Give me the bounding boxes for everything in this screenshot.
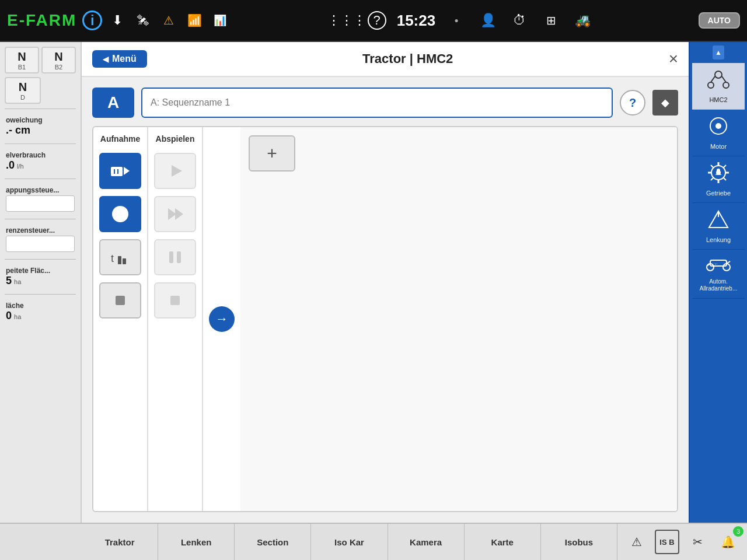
- satellite-icon: 🛰: [132, 10, 153, 31]
- dialog-title: Tractor | HMC2: [362, 51, 453, 66]
- stop-play-button[interactable]: [154, 282, 196, 318]
- sidebar-item-allrad[interactable]: ← Autom. Allradantrieb...: [692, 250, 745, 299]
- hmc2-icon: [706, 69, 731, 94]
- svg-rect-7: [123, 258, 126, 264]
- wifi-icon: 📶: [184, 10, 205, 31]
- svg-text:←: ←: [714, 261, 718, 267]
- close-button[interactable]: ×: [669, 51, 678, 67]
- timer-button[interactable]: t: [99, 239, 141, 275]
- svg-line-29: [724, 165, 726, 167]
- svg-marker-10: [168, 208, 176, 220]
- clock-display: 15:23: [397, 12, 436, 30]
- sidebar-item-hmc2[interactable]: HMC2: [692, 63, 745, 110]
- sequence-row: A ? ◆: [92, 88, 678, 118]
- deviation-row: oweichung .- cm: [5, 114, 76, 139]
- sidebar-item-getriebe[interactable]: Getriebe: [692, 156, 745, 203]
- seq-a-button[interactable]: A: [92, 88, 134, 118]
- top-right: AUTO: [699, 12, 740, 29]
- area-worked-row: peitete Fläc... 5 ha: [5, 264, 76, 289]
- left-divider-4: [5, 219, 76, 219]
- signal-icon: 📊: [210, 10, 231, 31]
- svg-marker-9: [172, 165, 182, 177]
- svg-line-18: [711, 76, 715, 82]
- tab-kamera[interactable]: Kamera: [388, 524, 465, 560]
- bottom-right-icons: ⚠ IS B ✂ 🔔 3: [617, 530, 747, 554]
- svg-line-31: [724, 178, 726, 180]
- hmc2-label: HMC2: [709, 96, 727, 103]
- bottom-bar: Traktor Lenken Section Iso Kar Kamera Ka…: [0, 523, 747, 560]
- right-sidebar: ▲ HMC2 Motor: [689, 42, 747, 523]
- stop-button[interactable]: [99, 282, 141, 318]
- auto-button[interactable]: AUTO: [699, 12, 740, 29]
- dialog-header: Menü Tractor | HMC2 ×: [82, 42, 689, 77]
- help-circle-icon[interactable]: ?: [368, 11, 386, 30]
- left-divider-2: [5, 144, 76, 144]
- menu-button[interactable]: Menü: [92, 50, 147, 68]
- seq-name-input[interactable]: [141, 88, 613, 118]
- allrad-label: Autom. Allradantrieb...: [694, 278, 742, 292]
- aufnahme-column: Aufnahme: [93, 127, 148, 511]
- add-column: +: [240, 127, 677, 511]
- svg-line-30: [711, 178, 713, 180]
- step-button[interactable]: [154, 196, 196, 232]
- record-circle-button[interactable]: [99, 196, 141, 232]
- tab-isokar[interactable]: Iso Kar: [311, 524, 388, 560]
- play-button[interactable]: [154, 153, 196, 189]
- aufnahme-label: Aufnahme: [99, 134, 141, 144]
- user-icon[interactable]: 👤: [477, 10, 498, 31]
- svg-rect-6: [118, 256, 121, 264]
- bottom-tabs: Traktor Lenken Section Iso Kar Kamera Ka…: [82, 524, 617, 560]
- boundary-input[interactable]: [6, 236, 75, 252]
- lenkung-label: Lenkung: [706, 236, 731, 243]
- coupling-row: appungssteue...: [5, 184, 76, 214]
- scroll-up-indicator[interactable]: ▲: [713, 46, 724, 60]
- tab-traktor[interactable]: Traktor: [82, 524, 158, 560]
- svg-marker-11: [175, 208, 183, 220]
- pause-button[interactable]: [154, 239, 196, 275]
- notification-count: 3: [733, 526, 743, 537]
- warning-bottom-icon[interactable]: ⚠: [624, 530, 649, 554]
- tab-section[interactable]: Section: [235, 524, 311, 560]
- info-icon[interactable]: i: [82, 10, 102, 30]
- grid2-icon[interactable]: ⊞: [540, 10, 561, 31]
- boundary-row: renzensteuer...: [5, 224, 76, 254]
- tab-isobus[interactable]: Isobus: [541, 524, 617, 560]
- svg-point-4: [112, 206, 128, 222]
- consumption-row: elverbrauch .0 l/h: [5, 149, 76, 174]
- left-divider-6: [5, 294, 76, 295]
- svg-line-19: [722, 76, 726, 82]
- notification-bell[interactable]: 🔔 3: [715, 530, 740, 554]
- add-button[interactable]: +: [249, 135, 295, 172]
- left-divider-5: [5, 259, 76, 260]
- record-button[interactable]: [99, 153, 141, 189]
- svg-rect-0: [111, 167, 123, 176]
- grid-icon[interactable]: ⋮⋮⋮: [336, 10, 357, 31]
- tab-lenken[interactable]: Lenken: [158, 524, 235, 560]
- allrad-icon: ←: [706, 256, 731, 276]
- forward-arrow-button[interactable]: →: [209, 306, 235, 332]
- svg-rect-14: [170, 296, 180, 305]
- svg-point-21: [715, 123, 721, 129]
- seq-diamond-button[interactable]: ◆: [652, 90, 678, 116]
- svg-line-28: [711, 165, 713, 167]
- left-top-badges: N B1 N B2: [5, 47, 76, 74]
- scissors-icon[interactable]: ✂: [685, 530, 710, 554]
- coupling-input[interactable]: [6, 195, 75, 212]
- isb-icon[interactable]: IS B: [655, 530, 679, 554]
- tab-karte[interactable]: Karte: [465, 524, 541, 560]
- svg-point-17: [715, 71, 722, 78]
- svg-rect-8: [116, 296, 125, 305]
- brand-logo: E-FARM: [7, 11, 76, 30]
- getriebe-icon: [707, 162, 730, 187]
- svg-point-32: [717, 169, 720, 172]
- download-icon: ⬇: [107, 10, 128, 31]
- badge-b2: N B2: [41, 47, 76, 74]
- svg-marker-1: [124, 167, 130, 175]
- svg-point-15: [708, 82, 714, 88]
- main-area: Menü Tractor | HMC2 × A ? ◆ Aufnahme: [82, 42, 747, 523]
- sidebar-item-motor[interactable]: Motor: [692, 110, 745, 156]
- tractor-icon: 🚜: [572, 10, 593, 31]
- top-center: ⋮⋮⋮ ? 15:23 ● 👤 ⏱ ⊞ 🚜: [236, 10, 692, 31]
- seq-help-button[interactable]: ?: [620, 90, 645, 116]
- sidebar-item-lenkung[interactable]: Lenkung: [692, 203, 745, 250]
